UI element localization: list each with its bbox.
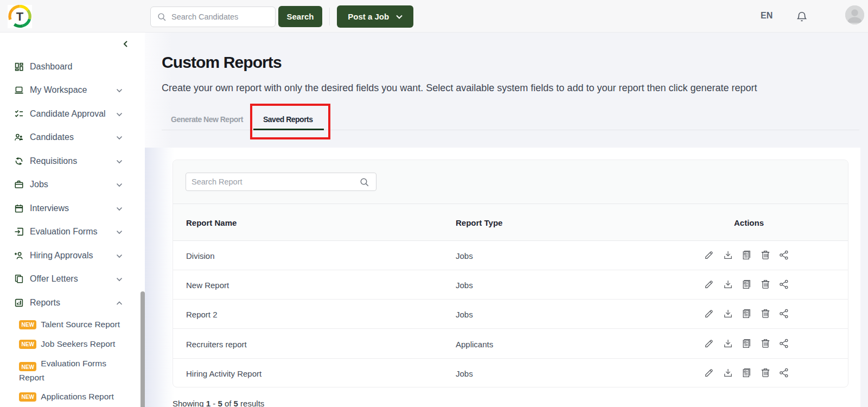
svg-text:T: T [16,10,24,23]
